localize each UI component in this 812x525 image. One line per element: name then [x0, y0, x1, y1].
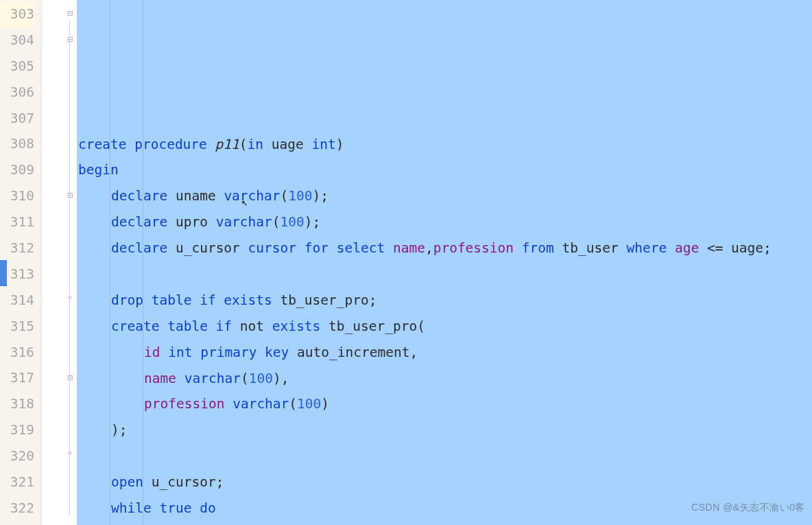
- line-number: 303✔: [0, 1, 34, 27]
- fold-close-icon[interactable]: ⌃: [64, 294, 75, 305]
- fold-open-icon[interactable]: ⊟: [64, 190, 75, 201]
- token-op: (: [280, 188, 289, 204]
- token-kw: int primary key: [168, 345, 289, 360]
- token-op: ): [321, 396, 329, 412]
- indent-guide: [143, 0, 143, 525]
- code-line[interactable]: drop table if exists tb_user_pro;: [78, 288, 812, 314]
- token-kw: in: [248, 137, 263, 152]
- code-line[interactable]: fetch u_cursor into uname,upro;: [78, 522, 812, 525]
- token-kw: true do: [159, 500, 215, 516]
- line-number: 320: [0, 443, 34, 469]
- line-number: 321: [0, 469, 34, 495]
- token-col: name: [393, 240, 425, 256]
- token-op: uage: [263, 137, 311, 152]
- token-kw: open: [111, 474, 143, 490]
- code-line[interactable]: name varchar(100),: [78, 366, 812, 392]
- token-col: age: [675, 240, 699, 256]
- token-col: id: [144, 345, 160, 360]
- token-op: u_cursor;: [143, 474, 224, 490]
- watermark-text: CSDN @&矢志不渝い0客: [691, 495, 805, 521]
- line-number: 304: [0, 27, 34, 54]
- token-op: [176, 371, 184, 386]
- token-op: );: [111, 422, 127, 438]
- token-kw: declare: [111, 214, 167, 230]
- token-op: (: [239, 137, 248, 152]
- line-number: 322: [0, 495, 34, 522]
- token-op: tb_user_pro;: [272, 292, 377, 308]
- code-editor[interactable]: 303✔304305306307308309310311312313314315…: [0, 0, 812, 525]
- token-op: tb_user_pro(: [320, 318, 425, 334]
- token-op: [224, 396, 232, 412]
- token-op: not: [232, 318, 272, 334]
- token-op: upro: [167, 214, 215, 230]
- token-kw: from: [522, 240, 554, 256]
- token-kw: cursor for select: [248, 240, 385, 256]
- token-kw: varchar: [224, 188, 280, 204]
- line-number: 317: [0, 365, 34, 391]
- token-col: profession: [433, 240, 514, 256]
- token-num: 100: [297, 396, 321, 412]
- line-number: 318: [0, 391, 34, 417]
- token-op: [160, 345, 168, 360]
- line-number: 307: [0, 106, 34, 132]
- fold-open-icon[interactable]: ⊟: [64, 373, 75, 384]
- line-number: 309: [0, 157, 34, 183]
- token-num: 100: [249, 371, 273, 386]
- code-line[interactable]: );: [78, 417, 812, 443]
- token-op: [152, 500, 160, 516]
- fold-open-icon[interactable]: ⊟: [64, 34, 75, 45]
- token-op: (: [272, 214, 280, 230]
- token-kw: varchar: [184, 371, 241, 386]
- code-line[interactable]: begin: [78, 157, 812, 183]
- token-op: [385, 240, 393, 256]
- fold-open-icon[interactable]: ⊟: [64, 8, 75, 19]
- token-kw: declare: [111, 188, 167, 204]
- line-number: 310: [0, 183, 34, 209]
- code-line[interactable]: declare uname varchar(100);: [78, 183, 812, 209]
- indent-guide: [110, 0, 110, 525]
- token-op: ),: [273, 371, 289, 386]
- code-line[interactable]: profession varchar(100): [78, 391, 812, 417]
- line-number: 315: [0, 314, 34, 340]
- token-op: [514, 240, 522, 256]
- fold-strip: ⊟⊟⊟⌃⊟⌃: [41, 0, 77, 525]
- token-kw: varchar: [216, 214, 272, 230]
- token-kw: where: [626, 240, 667, 256]
- token-kw: create table if: [111, 318, 232, 334]
- line-number: 313: [0, 261, 34, 288]
- code-line[interactable]: [78, 443, 812, 469]
- line-number: 319: [0, 417, 34, 443]
- token-kw: begin: [78, 162, 119, 178]
- token-op: (: [241, 371, 249, 386]
- token-op: );: [313, 188, 329, 204]
- code-line[interactable]: [78, 261, 812, 288]
- token-kw: int: [312, 137, 336, 152]
- fold-close-icon[interactable]: ⌃: [64, 450, 75, 461]
- token-num: 100: [288, 188, 312, 204]
- line-number: 308: [0, 131, 34, 157]
- token-kw: varchar: [232, 396, 289, 412]
- code-line[interactable]: declare u_cursor cursor for select name,…: [78, 235, 812, 261]
- line-number: 311: [0, 209, 34, 235]
- token-kw: declare: [111, 240, 167, 256]
- token-col: profession: [144, 396, 224, 412]
- token-op: [667, 240, 675, 256]
- token-op: uname: [167, 188, 224, 204]
- line-number: 316: [0, 340, 34, 366]
- token-op: (: [289, 396, 297, 412]
- code-line[interactable]: create procedure p11(in uage int): [78, 132, 812, 158]
- token-op: <= uage;: [699, 240, 772, 256]
- code-line[interactable]: create table if not exists tb_user_pro(: [78, 314, 812, 340]
- token-op: u_cursor: [167, 240, 248, 256]
- code-area[interactable]: ↖ create procedure p11(in uage int)begin…: [77, 0, 812, 525]
- token-func: p11: [215, 137, 239, 152]
- token-op: );: [304, 214, 320, 230]
- code-line[interactable]: id int primary key auto_increment,: [78, 340, 812, 366]
- code-line[interactable]: declare upro varchar(100);: [78, 209, 812, 235]
- line-number-gutter: 303✔304305306307308309310311312313314315…: [0, 0, 41, 525]
- code-line[interactable]: open u_cursor;: [78, 469, 812, 495]
- token-num: 100: [280, 214, 304, 230]
- line-number: 314: [0, 288, 34, 314]
- token-col: name: [144, 371, 176, 386]
- token-kw: exists: [272, 318, 320, 334]
